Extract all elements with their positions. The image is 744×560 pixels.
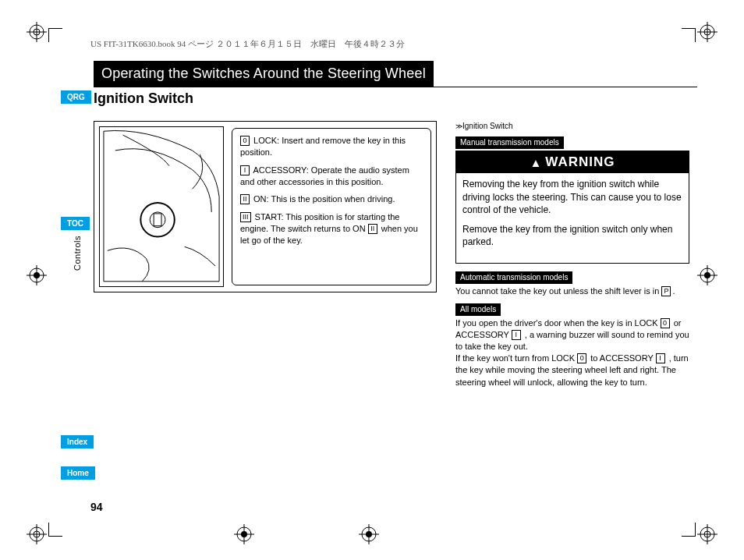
figure-column: 0 LOCK: Insert and remove the key in thi… xyxy=(94,121,437,388)
registration-mark-icon xyxy=(697,524,717,544)
warning-title-text: WARNING xyxy=(545,154,615,169)
nav-toc-label[interactable]: TOC xyxy=(61,217,90,230)
ignition-callouts: 0 LOCK: Insert and remove the key in thi… xyxy=(232,128,431,285)
auto-transmission-note: You cannot take the key out unless the s… xyxy=(455,285,689,297)
ignition-switch-illustration xyxy=(99,126,224,287)
tag-automatic-transmission: Automatic transmission models xyxy=(455,271,572,284)
sidebar-heading: Ignition Switch xyxy=(455,121,689,132)
warning-paragraph-1: Removing the key from the ignition switc… xyxy=(462,178,682,217)
registration-mark-icon xyxy=(697,22,717,42)
nav-qrg[interactable]: QRG xyxy=(61,89,91,104)
tab-controls: Controls xyxy=(73,236,82,271)
nav-qrg-label[interactable]: QRG xyxy=(61,90,91,104)
book-header: US FIT-31TK6630.book 94 ページ ２０１１年６月１５日 水… xyxy=(90,38,405,50)
ignition-on: II ON: This is the position when driving… xyxy=(240,193,423,205)
key-box-i: I xyxy=(240,165,250,175)
nav-home[interactable]: Home xyxy=(61,465,95,480)
all-models-note-1: If you open the driver's door when the k… xyxy=(455,317,689,353)
crop-mark-icon xyxy=(48,523,62,537)
nav-home-label[interactable]: Home xyxy=(61,466,95,480)
crop-mark-icon xyxy=(48,28,62,42)
ignition-accessory-text: ACCESSORY: Operate the audio system and … xyxy=(240,165,409,186)
auto-note-a: You cannot take the key out unless the s… xyxy=(455,286,661,296)
all2-a: If the key won't turn from LOCK xyxy=(455,353,577,363)
key-box-0: 0 xyxy=(240,136,250,146)
registration-mark-icon xyxy=(27,265,47,285)
ignition-lock-text: LOCK: Insert and remove the key in this … xyxy=(240,136,406,157)
registration-mark-icon xyxy=(27,22,47,42)
nav-index[interactable]: Index xyxy=(61,434,94,448)
all-models-note-2: If the key won't turn from LOCK 0 to ACC… xyxy=(455,353,689,388)
warning-paragraph-2: Remove the key from the ignition switch … xyxy=(462,223,682,249)
key-box-0-ref2: 0 xyxy=(577,353,586,363)
key-box-ii: II xyxy=(240,194,250,204)
ignition-on-text: ON: This is the position when driving. xyxy=(253,194,395,204)
warning-heading: ▲WARNING xyxy=(456,151,689,174)
nav-toc[interactable]: TOC xyxy=(61,215,90,230)
all2-b: to ACCESSORY xyxy=(590,353,655,363)
key-box-ii-ref: II xyxy=(368,224,377,234)
registration-mark-icon xyxy=(234,524,254,544)
svg-rect-34 xyxy=(154,214,161,226)
section-rule xyxy=(94,87,697,87)
key-box-i-ref2: I xyxy=(656,353,665,363)
ignition-accessory: I ACCESSORY: Operate the audio system an… xyxy=(240,165,423,188)
all1-a: If you open the driver's door when the k… xyxy=(455,318,661,328)
key-box-0-ref: 0 xyxy=(661,318,670,328)
warning-triangle-icon: ▲ xyxy=(530,156,542,169)
ignition-lock: 0 LOCK: Insert and remove the key in thi… xyxy=(240,135,423,158)
page-area: Operating the Switches Around the Steeri… xyxy=(47,61,697,513)
registration-mark-icon xyxy=(359,524,379,544)
section-title: Ignition Switch xyxy=(94,90,697,107)
page-number: 94 xyxy=(90,501,103,513)
figure-box: 0 LOCK: Insert and remove the key in thi… xyxy=(94,121,437,292)
registration-mark-icon xyxy=(27,524,47,544)
crop-mark-icon xyxy=(682,523,696,537)
warning-box: ▲WARNING Removing the key from the ignit… xyxy=(455,151,689,264)
crop-mark-icon xyxy=(682,28,696,42)
chapter-title: Operating the Switches Around the Steeri… xyxy=(94,61,434,87)
tag-all-models: All models xyxy=(455,303,501,316)
key-box-p: P xyxy=(661,286,671,296)
ignition-start: III START: This position is for starting… xyxy=(240,211,423,246)
auto-note-b: . xyxy=(672,286,675,296)
key-box-i-ref: I xyxy=(512,330,521,340)
nav-index-label[interactable]: Index xyxy=(61,435,94,448)
registration-mark-icon xyxy=(697,265,717,285)
tag-manual-transmission: Manual transmission models xyxy=(455,136,564,149)
sidebar-column: Ignition Switch Manual transmission mode… xyxy=(455,121,689,388)
key-box-iii: III xyxy=(240,212,251,222)
